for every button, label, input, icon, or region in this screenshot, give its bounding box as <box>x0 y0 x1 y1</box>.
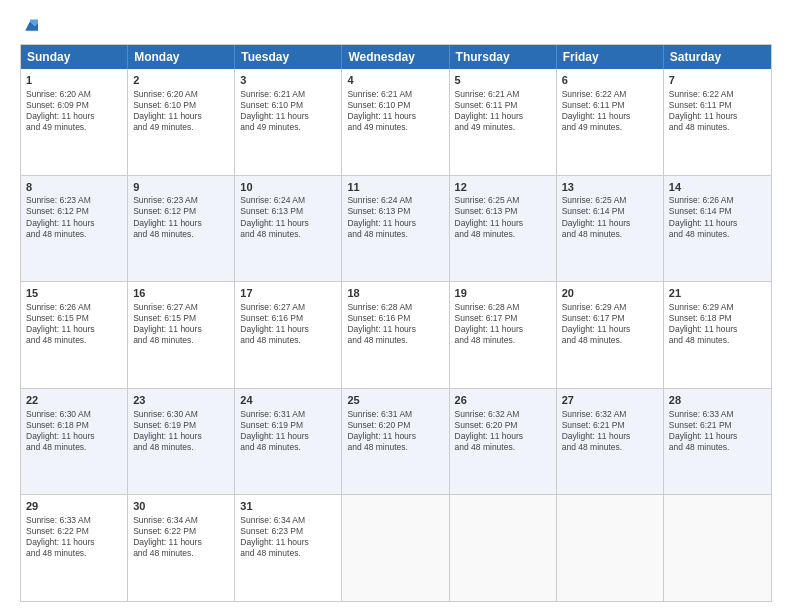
calendar-cell: 25Sunrise: 6:31 AMSunset: 6:20 PMDayligh… <box>342 389 449 495</box>
cal-header-day: Thursday <box>450 45 557 69</box>
calendar-cell: 8Sunrise: 6:23 AMSunset: 6:12 PMDaylight… <box>21 176 128 282</box>
day-number: 16 <box>133 286 229 301</box>
logo <box>20 18 38 34</box>
cell-info: Sunrise: 6:29 AMSunset: 6:18 PMDaylight:… <box>669 302 766 346</box>
page: SundayMondayTuesdayWednesdayThursdayFrid… <box>0 0 792 612</box>
day-number: 5 <box>455 73 551 88</box>
day-number: 24 <box>240 393 336 408</box>
calendar-row: 29Sunrise: 6:33 AMSunset: 6:22 PMDayligh… <box>21 494 771 601</box>
calendar-cell: 23Sunrise: 6:30 AMSunset: 6:19 PMDayligh… <box>128 389 235 495</box>
calendar-cell: 5Sunrise: 6:21 AMSunset: 6:11 PMDaylight… <box>450 69 557 175</box>
cell-info: Sunrise: 6:22 AMSunset: 6:11 PMDaylight:… <box>669 89 766 133</box>
cell-info: Sunrise: 6:23 AMSunset: 6:12 PMDaylight:… <box>133 195 229 239</box>
day-number: 2 <box>133 73 229 88</box>
calendar-cell: 21Sunrise: 6:29 AMSunset: 6:18 PMDayligh… <box>664 282 771 388</box>
day-number: 29 <box>26 499 122 514</box>
calendar-cell: 9Sunrise: 6:23 AMSunset: 6:12 PMDaylight… <box>128 176 235 282</box>
day-number: 10 <box>240 180 336 195</box>
calendar-cell: 26Sunrise: 6:32 AMSunset: 6:20 PMDayligh… <box>450 389 557 495</box>
calendar-row: 22Sunrise: 6:30 AMSunset: 6:18 PMDayligh… <box>21 388 771 495</box>
cell-info: Sunrise: 6:29 AMSunset: 6:17 PMDaylight:… <box>562 302 658 346</box>
cell-info: Sunrise: 6:24 AMSunset: 6:13 PMDaylight:… <box>347 195 443 239</box>
cell-info: Sunrise: 6:30 AMSunset: 6:19 PMDaylight:… <box>133 409 229 453</box>
calendar-cell: 15Sunrise: 6:26 AMSunset: 6:15 PMDayligh… <box>21 282 128 388</box>
calendar-cell: 4Sunrise: 6:21 AMSunset: 6:10 PMDaylight… <box>342 69 449 175</box>
cell-info: Sunrise: 6:34 AMSunset: 6:22 PMDaylight:… <box>133 515 229 559</box>
calendar-cell: 10Sunrise: 6:24 AMSunset: 6:13 PMDayligh… <box>235 176 342 282</box>
cell-info: Sunrise: 6:26 AMSunset: 6:15 PMDaylight:… <box>26 302 122 346</box>
cal-header-day: Wednesday <box>342 45 449 69</box>
calendar-cell: 2Sunrise: 6:20 AMSunset: 6:10 PMDaylight… <box>128 69 235 175</box>
cell-info: Sunrise: 6:20 AMSunset: 6:10 PMDaylight:… <box>133 89 229 133</box>
day-number: 18 <box>347 286 443 301</box>
logo-icon <box>22 18 38 34</box>
day-number: 20 <box>562 286 658 301</box>
calendar-cell: 7Sunrise: 6:22 AMSunset: 6:11 PMDaylight… <box>664 69 771 175</box>
day-number: 6 <box>562 73 658 88</box>
header <box>20 18 772 34</box>
cell-info: Sunrise: 6:21 AMSunset: 6:11 PMDaylight:… <box>455 89 551 133</box>
cell-info: Sunrise: 6:21 AMSunset: 6:10 PMDaylight:… <box>347 89 443 133</box>
cell-info: Sunrise: 6:27 AMSunset: 6:15 PMDaylight:… <box>133 302 229 346</box>
calendar-cell: 24Sunrise: 6:31 AMSunset: 6:19 PMDayligh… <box>235 389 342 495</box>
day-number: 31 <box>240 499 336 514</box>
calendar-cell <box>664 495 771 601</box>
calendar-cell: 18Sunrise: 6:28 AMSunset: 6:16 PMDayligh… <box>342 282 449 388</box>
cell-info: Sunrise: 6:20 AMSunset: 6:09 PMDaylight:… <box>26 89 122 133</box>
cell-info: Sunrise: 6:31 AMSunset: 6:20 PMDaylight:… <box>347 409 443 453</box>
calendar-cell: 30Sunrise: 6:34 AMSunset: 6:22 PMDayligh… <box>128 495 235 601</box>
day-number: 15 <box>26 286 122 301</box>
day-number: 3 <box>240 73 336 88</box>
calendar-cell: 3Sunrise: 6:21 AMSunset: 6:10 PMDaylight… <box>235 69 342 175</box>
day-number: 12 <box>455 180 551 195</box>
calendar-cell: 20Sunrise: 6:29 AMSunset: 6:17 PMDayligh… <box>557 282 664 388</box>
day-number: 22 <box>26 393 122 408</box>
day-number: 30 <box>133 499 229 514</box>
calendar-row: 1Sunrise: 6:20 AMSunset: 6:09 PMDaylight… <box>21 69 771 175</box>
cell-info: Sunrise: 6:33 AMSunset: 6:21 PMDaylight:… <box>669 409 766 453</box>
day-number: 19 <box>455 286 551 301</box>
calendar: SundayMondayTuesdayWednesdayThursdayFrid… <box>20 44 772 602</box>
day-number: 4 <box>347 73 443 88</box>
calendar-cell: 22Sunrise: 6:30 AMSunset: 6:18 PMDayligh… <box>21 389 128 495</box>
calendar-cell: 11Sunrise: 6:24 AMSunset: 6:13 PMDayligh… <box>342 176 449 282</box>
cell-info: Sunrise: 6:28 AMSunset: 6:17 PMDaylight:… <box>455 302 551 346</box>
cell-info: Sunrise: 6:23 AMSunset: 6:12 PMDaylight:… <box>26 195 122 239</box>
calendar-cell: 12Sunrise: 6:25 AMSunset: 6:13 PMDayligh… <box>450 176 557 282</box>
cell-info: Sunrise: 6:28 AMSunset: 6:16 PMDaylight:… <box>347 302 443 346</box>
cal-header-day: Saturday <box>664 45 771 69</box>
cal-header-day: Monday <box>128 45 235 69</box>
calendar-cell: 13Sunrise: 6:25 AMSunset: 6:14 PMDayligh… <box>557 176 664 282</box>
calendar-cell: 16Sunrise: 6:27 AMSunset: 6:15 PMDayligh… <box>128 282 235 388</box>
cell-info: Sunrise: 6:21 AMSunset: 6:10 PMDaylight:… <box>240 89 336 133</box>
cell-info: Sunrise: 6:32 AMSunset: 6:20 PMDaylight:… <box>455 409 551 453</box>
calendar-cell: 19Sunrise: 6:28 AMSunset: 6:17 PMDayligh… <box>450 282 557 388</box>
calendar-row: 15Sunrise: 6:26 AMSunset: 6:15 PMDayligh… <box>21 281 771 388</box>
calendar-header: SundayMondayTuesdayWednesdayThursdayFrid… <box>21 45 771 69</box>
cell-info: Sunrise: 6:32 AMSunset: 6:21 PMDaylight:… <box>562 409 658 453</box>
day-number: 8 <box>26 180 122 195</box>
cal-header-day: Friday <box>557 45 664 69</box>
calendar-cell: 29Sunrise: 6:33 AMSunset: 6:22 PMDayligh… <box>21 495 128 601</box>
calendar-body: 1Sunrise: 6:20 AMSunset: 6:09 PMDaylight… <box>21 69 771 601</box>
day-number: 23 <box>133 393 229 408</box>
day-number: 1 <box>26 73 122 88</box>
calendar-cell <box>450 495 557 601</box>
cell-info: Sunrise: 6:27 AMSunset: 6:16 PMDaylight:… <box>240 302 336 346</box>
cell-info: Sunrise: 6:34 AMSunset: 6:23 PMDaylight:… <box>240 515 336 559</box>
day-number: 11 <box>347 180 443 195</box>
calendar-cell: 14Sunrise: 6:26 AMSunset: 6:14 PMDayligh… <box>664 176 771 282</box>
day-number: 17 <box>240 286 336 301</box>
cell-info: Sunrise: 6:30 AMSunset: 6:18 PMDaylight:… <box>26 409 122 453</box>
calendar-cell <box>342 495 449 601</box>
day-number: 13 <box>562 180 658 195</box>
cell-info: Sunrise: 6:22 AMSunset: 6:11 PMDaylight:… <box>562 89 658 133</box>
calendar-cell: 17Sunrise: 6:27 AMSunset: 6:16 PMDayligh… <box>235 282 342 388</box>
day-number: 9 <box>133 180 229 195</box>
calendar-cell: 6Sunrise: 6:22 AMSunset: 6:11 PMDaylight… <box>557 69 664 175</box>
cell-info: Sunrise: 6:33 AMSunset: 6:22 PMDaylight:… <box>26 515 122 559</box>
day-number: 27 <box>562 393 658 408</box>
cal-header-day: Sunday <box>21 45 128 69</box>
cell-info: Sunrise: 6:24 AMSunset: 6:13 PMDaylight:… <box>240 195 336 239</box>
calendar-cell <box>557 495 664 601</box>
